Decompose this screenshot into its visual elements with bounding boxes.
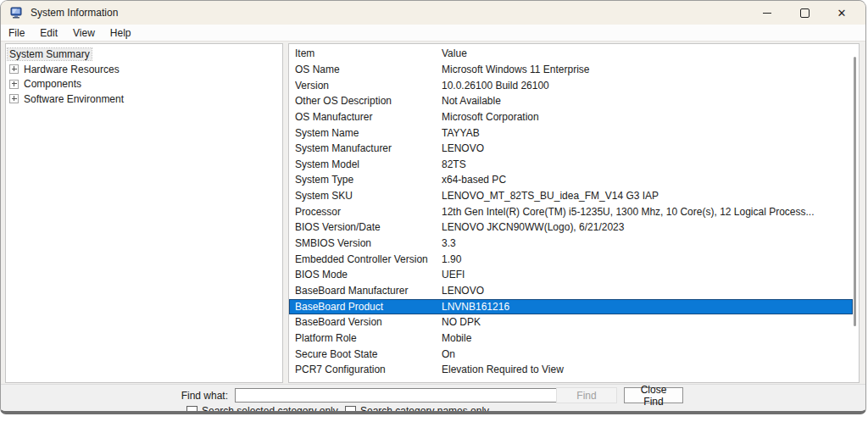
table-row[interactable]: BaseBoard ManufacturerLENOVO xyxy=(289,283,859,299)
item-cell: BaseBoard Product xyxy=(295,299,437,315)
table-header: Item Value xyxy=(289,46,859,62)
value-cell: LENOVO JKCN90WW(Logo), 6/21/2023 xyxy=(442,219,847,236)
value-cell: Elevation Required to View xyxy=(442,362,847,378)
table-row[interactable]: OS ManufacturerMicrosoft Corporation xyxy=(289,109,859,125)
table-row[interactable]: BIOS Version/DateLENOVO JKCN90WW(Logo), … xyxy=(289,219,859,236)
value-cell: NO DPK xyxy=(442,314,847,330)
value-cell: Mobile xyxy=(442,330,847,347)
vertical-scrollbar-thumb[interactable] xyxy=(854,57,856,326)
value-cell: 1.90 xyxy=(442,252,847,268)
item-cell: System SKU xyxy=(295,188,437,204)
maximize-icon xyxy=(800,8,810,18)
expand-plus-icon[interactable] xyxy=(9,94,19,103)
maximize-button[interactable] xyxy=(786,1,823,25)
table-row[interactable]: OS NameMicrosoft Windows 11 Enterprise xyxy=(289,62,859,78)
item-cell: OS Name xyxy=(295,62,437,78)
table-row[interactable]: BaseBoard ProductLNVNB161216 xyxy=(289,299,853,315)
minimize-icon xyxy=(763,13,771,14)
find-options-row: Search selected category only Search cat… xyxy=(1,405,865,414)
item-cell: Version xyxy=(295,78,437,94)
value-cell: LNVNB161216 xyxy=(442,299,841,315)
table-row[interactable]: Platform RoleMobile xyxy=(289,330,859,347)
category-tree-panel: System SummaryHardware ResourcesComponen… xyxy=(5,43,283,383)
table-row[interactable]: System SKULENOVO_MT_82TS_BU_idea_FM_V14 … xyxy=(289,188,859,204)
item-cell: Platform Role xyxy=(295,330,437,347)
table-row[interactable]: Secure Boot StateOn xyxy=(289,347,859,363)
item-cell: Processor xyxy=(295,204,437,220)
value-cell: TAYYAB xyxy=(442,125,847,142)
tree-item-software-environment[interactable]: Software Environment xyxy=(6,92,282,107)
value-cell: Microsoft Windows 11 Enterprise xyxy=(442,62,847,78)
table-row[interactable]: PCR7 ConfigurationElevation Required to … xyxy=(289,362,859,378)
column-header-item: Item xyxy=(295,47,314,59)
menu-item-edit[interactable]: Edit xyxy=(32,26,65,40)
item-cell: BaseBoard Version xyxy=(295,314,437,330)
checkbox-search-category-names[interactable]: Search category names only xyxy=(345,405,489,414)
tree-item-label: Hardware Resources xyxy=(22,64,121,75)
value-cell: LENOVO xyxy=(442,283,847,299)
value-cell: UEFI xyxy=(442,267,847,283)
table-row[interactable]: SMBIOS Version3.3 xyxy=(289,236,859,252)
minimize-button[interactable] xyxy=(748,1,786,25)
details-table-panel: Item Value OS NameMicrosoft Windows 11 E… xyxy=(288,43,860,383)
checkbox-icon xyxy=(186,406,198,415)
item-cell: SMBIOS Version xyxy=(295,236,437,252)
find-what-label: Find what: xyxy=(128,390,228,402)
item-cell: Other OS Description xyxy=(295,93,437,109)
close-icon: ✕ xyxy=(837,8,847,19)
table-row[interactable]: BaseBoard VersionNO DPK xyxy=(289,314,859,330)
close-button[interactable]: ✕ xyxy=(823,1,860,25)
value-cell: x64-based PC xyxy=(442,172,847,188)
item-cell: Embedded Controller Version xyxy=(295,252,437,268)
table-row[interactable]: System NameTAYYAB xyxy=(289,125,859,142)
find-bar: Find what: Find Close Find Search select… xyxy=(1,384,865,414)
checkbox-label: Search category names only xyxy=(360,405,489,414)
value-cell: 10.0.26100 Build 26100 xyxy=(442,78,847,94)
item-cell: BIOS Version/Date xyxy=(295,219,437,236)
expand-plus-icon[interactable] xyxy=(9,64,19,74)
system-information-window: System Information ✕ FileEditViewHelp Sy… xyxy=(0,0,866,414)
table-row[interactable]: Processor12th Gen Intel(R) Core(TM) i5-1… xyxy=(289,204,859,220)
table-row[interactable]: Version10.0.26100 Build 26100 xyxy=(289,78,859,94)
table-row[interactable]: Other OS DescriptionNot Available xyxy=(289,93,859,109)
item-cell: System Manufacturer xyxy=(295,141,437,157)
value-cell: On xyxy=(442,347,847,363)
value-cell: 12th Gen Intel(R) Core(TM) i5-1235U, 130… xyxy=(442,204,847,220)
value-cell: 82TS xyxy=(442,157,847,173)
item-cell: OS Manufacturer xyxy=(295,109,437,125)
menu-item-file[interactable]: File xyxy=(1,26,32,40)
item-cell: System Type xyxy=(295,172,437,188)
table-row[interactable]: BIOS ModeUEFI xyxy=(289,267,859,283)
table-row[interactable]: System ManufacturerLENOVO xyxy=(289,141,859,157)
table-row[interactable]: System Model82TS xyxy=(289,157,859,173)
item-cell: PCR7 Configuration xyxy=(295,362,437,378)
tree-item-label: Software Environment xyxy=(22,93,125,105)
checkbox-search-selected-category[interactable]: Search selected category only xyxy=(186,405,338,414)
value-cell: 3.3 xyxy=(442,236,847,252)
value-cell: LENOVO_MT_82TS_BU_idea_FM_V14 G3 IAP xyxy=(442,188,847,204)
tree-item-label: System Summary xyxy=(8,48,92,60)
column-header-value: Value xyxy=(442,47,467,59)
system-information-app-icon xyxy=(10,7,23,19)
tree-item-system-summary[interactable]: System Summary xyxy=(6,47,282,62)
item-cell: Secure Boot State xyxy=(295,347,437,363)
menu-item-view[interactable]: View xyxy=(65,26,103,40)
tree-item-components[interactable]: Components xyxy=(6,76,282,92)
menu-bar: FileEditViewHelp xyxy=(1,25,865,42)
tree-item-hardware-resources[interactable]: Hardware Resources xyxy=(6,62,282,77)
table-row[interactable]: Embedded Controller Version1.90 xyxy=(289,252,859,268)
menu-item-help[interactable]: Help xyxy=(103,26,139,40)
find-button[interactable]: Find xyxy=(556,387,617,403)
item-cell: System Name xyxy=(295,125,437,142)
item-cell: BIOS Mode xyxy=(295,267,437,283)
item-cell: BaseBoard Manufacturer xyxy=(295,283,437,299)
find-input[interactable] xyxy=(235,388,557,403)
expand-plus-icon[interactable] xyxy=(9,80,19,89)
tree-item-label: Components xyxy=(22,78,83,90)
value-cell: Microsoft Corporation xyxy=(442,109,847,125)
value-cell: Not Available xyxy=(442,93,847,109)
item-cell: System Model xyxy=(295,157,437,173)
table-row[interactable]: System Typex64-based PC xyxy=(289,172,859,188)
close-find-button[interactable]: Close Find xyxy=(624,387,683,403)
title-bar: System Information ✕ xyxy=(1,1,865,25)
